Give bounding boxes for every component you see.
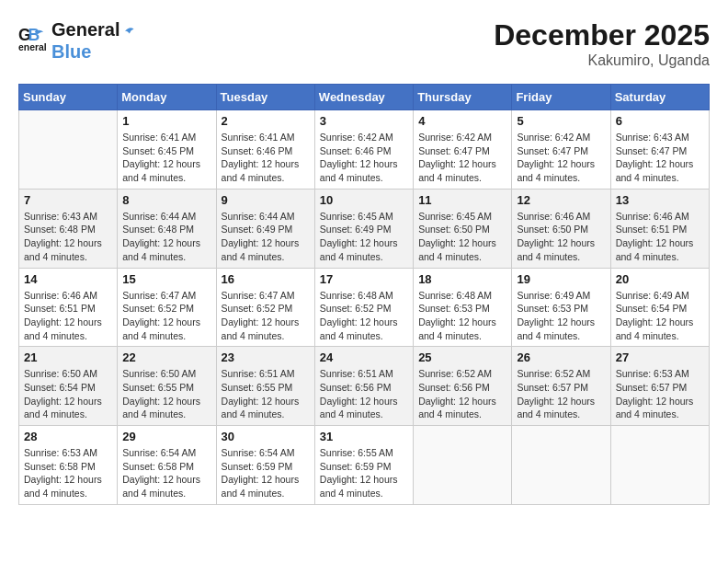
calendar-cell: 31Sunrise: 6:55 AMSunset: 6:59 PMDayligh… xyxy=(314,426,413,505)
day-info: Sunrise: 6:49 AMSunset: 6:54 PMDaylight:… xyxy=(616,289,704,343)
day-info: Sunrise: 6:52 AMSunset: 6:57 PMDaylight:… xyxy=(517,367,605,421)
calendar-cell: 5Sunrise: 6:42 AMSunset: 6:47 PMDaylight… xyxy=(512,110,610,190)
weekday-header-thursday: Thursday xyxy=(414,85,512,110)
day-number: 15 xyxy=(122,272,210,286)
calendar-cell: 29Sunrise: 6:54 AMSunset: 6:58 PMDayligh… xyxy=(118,426,216,505)
day-info: Sunrise: 6:50 AMSunset: 6:55 PMDaylight:… xyxy=(122,367,210,421)
calendar-cell: 28Sunrise: 6:53 AMSunset: 6:58 PMDayligh… xyxy=(19,426,118,505)
calendar-cell: 3Sunrise: 6:42 AMSunset: 6:46 PMDaylight… xyxy=(314,110,413,190)
calendar-subtitle: Kakumiro, Uganda xyxy=(494,52,710,69)
day-number: 26 xyxy=(517,350,605,364)
calendar-cell: 23Sunrise: 6:51 AMSunset: 6:55 PMDayligh… xyxy=(216,347,314,426)
day-info: Sunrise: 6:51 AMSunset: 6:55 PMDaylight:… xyxy=(222,367,310,421)
calendar-cell: 12Sunrise: 6:46 AMSunset: 6:50 PMDayligh… xyxy=(512,189,610,268)
calendar-week-2: 7Sunrise: 6:43 AMSunset: 6:48 PMDaylight… xyxy=(19,189,710,268)
day-info: Sunrise: 6:46 AMSunset: 6:51 PMDaylight:… xyxy=(24,289,112,343)
logo-icon: G B eneral xyxy=(18,26,48,55)
logo-general: General xyxy=(51,18,142,40)
day-number: 24 xyxy=(320,350,408,364)
day-number: 10 xyxy=(320,193,408,207)
weekday-header-monday: Monday xyxy=(118,85,216,110)
calendar-cell: 17Sunrise: 6:48 AMSunset: 6:52 PMDayligh… xyxy=(314,268,413,347)
day-number: 13 xyxy=(616,193,704,207)
calendar-cell: 6Sunrise: 6:43 AMSunset: 6:47 PMDaylight… xyxy=(610,110,709,190)
day-info: Sunrise: 6:54 AMSunset: 6:59 PMDaylight:… xyxy=(222,446,310,500)
page-header: G B eneral General Blue December 2025 Ka… xyxy=(18,18,710,69)
calendar-cell: 9Sunrise: 6:44 AMSunset: 6:49 PMDaylight… xyxy=(216,189,314,268)
day-info: Sunrise: 6:45 AMSunset: 6:50 PMDaylight:… xyxy=(418,210,506,264)
calendar-cell: 30Sunrise: 6:54 AMSunset: 6:59 PMDayligh… xyxy=(216,426,314,505)
day-info: Sunrise: 6:55 AMSunset: 6:59 PMDaylight:… xyxy=(320,446,408,500)
calendar-title: December 2025 xyxy=(494,18,710,52)
svg-text:B: B xyxy=(28,26,40,44)
logo-blue: Blue xyxy=(51,40,142,63)
day-number: 27 xyxy=(616,350,704,364)
title-block: December 2025 Kakumiro, Uganda xyxy=(494,18,710,69)
day-number: 23 xyxy=(222,350,310,364)
calendar-week-5: 28Sunrise: 6:53 AMSunset: 6:58 PMDayligh… xyxy=(19,426,710,505)
day-number: 2 xyxy=(222,114,310,128)
day-number: 14 xyxy=(24,272,112,286)
day-info: Sunrise: 6:41 AMSunset: 6:46 PMDaylight:… xyxy=(222,131,310,185)
calendar-body: 1Sunrise: 6:41 AMSunset: 6:45 PMDaylight… xyxy=(19,110,710,505)
calendar-cell: 8Sunrise: 6:44 AMSunset: 6:48 PMDaylight… xyxy=(118,189,216,268)
calendar-cell: 10Sunrise: 6:45 AMSunset: 6:49 PMDayligh… xyxy=(314,189,413,268)
calendar-cell: 27Sunrise: 6:53 AMSunset: 6:57 PMDayligh… xyxy=(610,347,709,426)
logo: G B eneral General Blue xyxy=(18,18,142,63)
calendar-cell: 15Sunrise: 6:47 AMSunset: 6:52 PMDayligh… xyxy=(118,268,216,347)
day-info: Sunrise: 6:43 AMSunset: 6:47 PMDaylight:… xyxy=(616,131,704,185)
day-number: 25 xyxy=(418,350,506,364)
day-info: Sunrise: 6:42 AMSunset: 6:46 PMDaylight:… xyxy=(320,131,408,185)
day-info: Sunrise: 6:47 AMSunset: 6:52 PMDaylight:… xyxy=(222,289,310,343)
calendar-cell xyxy=(19,110,118,190)
day-info: Sunrise: 6:45 AMSunset: 6:49 PMDaylight:… xyxy=(320,210,408,264)
calendar-header: SundayMondayTuesdayWednesdayThursdayFrid… xyxy=(19,85,710,110)
day-info: Sunrise: 6:50 AMSunset: 6:54 PMDaylight:… xyxy=(24,367,112,421)
calendar-cell xyxy=(512,426,610,505)
day-number: 19 xyxy=(517,272,605,286)
calendar-cell: 18Sunrise: 6:48 AMSunset: 6:53 PMDayligh… xyxy=(414,268,512,347)
calendar-cell xyxy=(610,426,709,505)
calendar-cell: 21Sunrise: 6:50 AMSunset: 6:54 PMDayligh… xyxy=(19,347,118,426)
calendar-cell: 11Sunrise: 6:45 AMSunset: 6:50 PMDayligh… xyxy=(414,189,512,268)
calendar-cell: 20Sunrise: 6:49 AMSunset: 6:54 PMDayligh… xyxy=(610,268,709,347)
day-number: 17 xyxy=(320,272,408,286)
calendar-week-3: 14Sunrise: 6:46 AMSunset: 6:51 PMDayligh… xyxy=(19,268,710,347)
day-info: Sunrise: 6:44 AMSunset: 6:49 PMDaylight:… xyxy=(222,210,310,264)
weekday-header-saturday: Saturday xyxy=(610,85,709,110)
day-info: Sunrise: 6:47 AMSunset: 6:52 PMDaylight:… xyxy=(122,289,210,343)
day-number: 6 xyxy=(616,114,704,128)
day-number: 29 xyxy=(122,430,210,443)
calendar-cell: 24Sunrise: 6:51 AMSunset: 6:56 PMDayligh… xyxy=(314,347,413,426)
calendar-cell: 4Sunrise: 6:42 AMSunset: 6:47 PMDaylight… xyxy=(414,110,512,190)
day-number: 30 xyxy=(222,430,310,443)
calendar-week-4: 21Sunrise: 6:50 AMSunset: 6:54 PMDayligh… xyxy=(19,347,710,426)
day-number: 21 xyxy=(24,350,112,364)
calendar-cell: 16Sunrise: 6:47 AMSunset: 6:52 PMDayligh… xyxy=(216,268,314,347)
calendar-cell: 19Sunrise: 6:49 AMSunset: 6:53 PMDayligh… xyxy=(512,268,610,347)
day-info: Sunrise: 6:42 AMSunset: 6:47 PMDaylight:… xyxy=(517,131,605,185)
svg-text:eneral: eneral xyxy=(18,42,47,52)
weekday-header-row: SundayMondayTuesdayWednesdayThursdayFrid… xyxy=(19,85,710,110)
day-info: Sunrise: 6:49 AMSunset: 6:53 PMDaylight:… xyxy=(517,289,605,343)
day-number: 18 xyxy=(418,272,506,286)
calendar-cell: 1Sunrise: 6:41 AMSunset: 6:45 PMDaylight… xyxy=(118,110,216,190)
day-number: 20 xyxy=(616,272,704,286)
day-number: 31 xyxy=(320,430,408,443)
weekday-header-sunday: Sunday xyxy=(19,85,118,110)
day-number: 4 xyxy=(418,114,506,128)
day-info: Sunrise: 6:41 AMSunset: 6:45 PMDaylight:… xyxy=(122,131,210,185)
calendar-cell: 25Sunrise: 6:52 AMSunset: 6:56 PMDayligh… xyxy=(414,347,512,426)
day-info: Sunrise: 6:43 AMSunset: 6:48 PMDaylight:… xyxy=(24,210,112,264)
day-info: Sunrise: 6:48 AMSunset: 6:53 PMDaylight:… xyxy=(418,289,506,343)
day-number: 28 xyxy=(24,430,112,443)
day-info: Sunrise: 6:46 AMSunset: 6:50 PMDaylight:… xyxy=(517,210,605,264)
day-number: 11 xyxy=(418,193,506,207)
calendar-cell: 22Sunrise: 6:50 AMSunset: 6:55 PMDayligh… xyxy=(118,347,216,426)
weekday-header-friday: Friday xyxy=(512,85,610,110)
calendar-cell: 13Sunrise: 6:46 AMSunset: 6:51 PMDayligh… xyxy=(610,189,709,268)
calendar-cell: 14Sunrise: 6:46 AMSunset: 6:51 PMDayligh… xyxy=(19,268,118,347)
day-number: 1 xyxy=(122,114,210,128)
day-info: Sunrise: 6:48 AMSunset: 6:52 PMDaylight:… xyxy=(320,289,408,343)
day-info: Sunrise: 6:52 AMSunset: 6:56 PMDaylight:… xyxy=(418,367,506,421)
